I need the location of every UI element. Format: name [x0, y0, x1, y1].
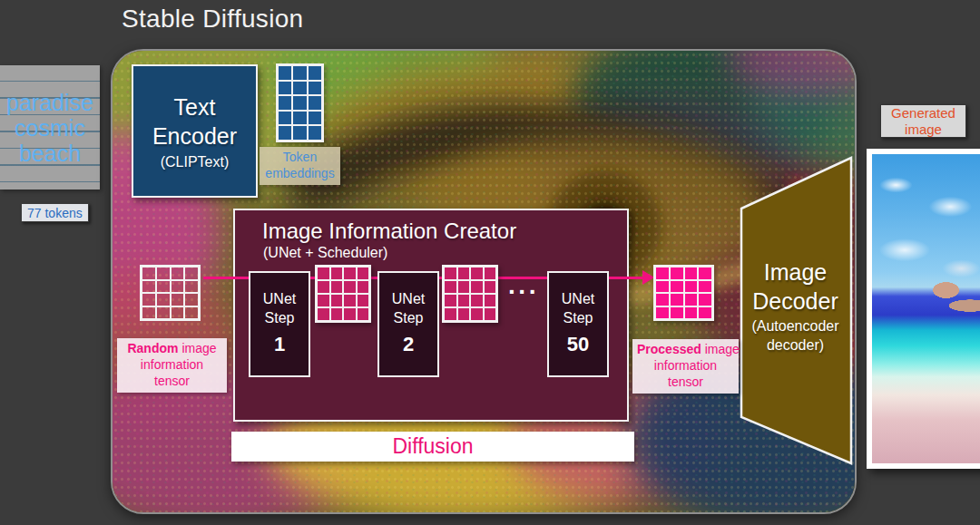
generated-image-label: Generated image	[880, 104, 966, 138]
text-encoder-title-line1: Text	[174, 92, 216, 122]
latent-grid-after-step-2	[442, 265, 498, 323]
token-embeddings-label: Token embeddings	[260, 147, 340, 185]
generated-image-label-line2: image	[905, 122, 942, 138]
processed-tensor-label-bold: Processed	[637, 342, 701, 356]
text-encoder-title-line2: Encoder	[152, 122, 237, 151]
creator-title: Image Information Creator	[262, 219, 516, 244]
generated-image-label-line1: Generated	[891, 105, 956, 122]
random-tensor-label: Randomimage information tensor	[117, 338, 227, 393]
unet-step-2-box: UNet Step 2	[377, 271, 439, 377]
main-canvas: Text Encoder (CLIPText) Token embeddings…	[111, 49, 857, 514]
unet-step-2-number: 2	[403, 332, 414, 358]
creator-subtitle: (UNet + Scheduler)	[263, 245, 387, 261]
decoder-title-line2: Decoder	[740, 287, 851, 316]
image-decoder-label: Image Decoder (Autoencoder decoder)	[740, 258, 851, 354]
generated-image-frame	[867, 149, 980, 469]
text-encoder-box: Text Encoder (CLIPText)	[132, 64, 258, 198]
unet-step-50-box: UNet Step 50	[547, 271, 609, 377]
prompt-note: paradise cosmic beach	[0, 65, 100, 190]
random-tensor-label-line2: information tensor	[122, 357, 222, 390]
stable-diffusion-diagram: Stable Diffusion paradise cosmic beach 7…	[0, 0, 980, 525]
token-embeddings-grid	[276, 63, 324, 142]
unet-step-1-number: 1	[274, 332, 285, 358]
unet-step-2-line2: Step	[394, 309, 424, 328]
page-title: Stable Diffusion	[122, 5, 303, 34]
decoder-subtitle-line1: (Autoencoder	[740, 317, 851, 335]
processed-tensor-label-line2: information tensor	[637, 358, 734, 391]
decoder-subtitle-line2: decoder)	[740, 336, 851, 354]
latent-grid-after-step-1	[315, 265, 371, 323]
text-encoder-subtitle: (CLIPText)	[161, 154, 230, 170]
unet-step-1-line1: UNet	[263, 290, 296, 309]
processed-tensor-label: Processedimage information tensor	[632, 339, 739, 394]
image-information-creator-box: Image Information Creator (UNet + Schedu…	[233, 209, 629, 422]
processed-tensor-label-rest: image	[705, 342, 740, 356]
unet-step-50-number: 50	[567, 332, 589, 358]
generated-beach-image	[872, 154, 980, 463]
prompt-line-2: cosmic	[0, 115, 100, 141]
token-embeddings-label-line2: embeddings	[264, 166, 336, 182]
unet-step-50-line1: UNet	[562, 290, 594, 309]
random-tensor-label-rest: image	[181, 341, 216, 355]
token-embeddings-label-line1: Token	[264, 150, 336, 166]
processed-tensor-grid	[653, 265, 714, 321]
diffusion-banner: Diffusion	[231, 432, 634, 462]
ellipsis-dots: ···	[508, 277, 539, 306]
prompt-line-3: beach	[0, 141, 100, 166]
unet-step-1-box: UNet Step 1	[249, 271, 310, 377]
prompt-line-1: paradise	[0, 90, 100, 115]
decoder-title-line1: Image	[740, 258, 851, 287]
token-count-badge: 77 tokens	[21, 203, 89, 222]
unet-step-2-line1: UNet	[392, 290, 425, 309]
unet-step-1-line2: Step	[265, 309, 295, 328]
random-tensor-grid	[140, 265, 201, 321]
unet-step-50-line2: Step	[564, 309, 593, 328]
random-tensor-label-bold: Random	[127, 341, 178, 355]
